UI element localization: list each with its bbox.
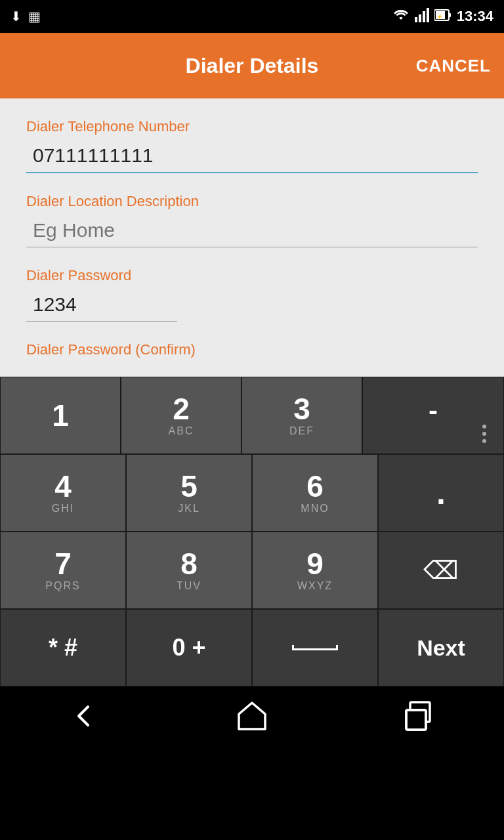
backspace-icon: ⌫: [423, 556, 459, 585]
key-5[interactable]: 5 JKL: [126, 454, 252, 532]
header-title: Dialer Details: [186, 54, 319, 78]
key-3[interactable]: 3 DEF: [242, 377, 362, 454]
status-right-icons: ⚡ 13:34: [392, 8, 494, 26]
keypad-row-3: 7 PQRS 8 TUV 9 WXYZ ⌫: [0, 532, 504, 609]
status-time: 13:34: [457, 8, 494, 25]
svg-text:⚡: ⚡: [436, 13, 443, 20]
barcode-icon: ▦: [28, 9, 41, 24]
key-4[interactable]: 4 GHI: [0, 454, 126, 532]
keypad: 1 2 ABC 3 DEF - 4 GHI 5 JKL 6: [0, 377, 504, 686]
key-next[interactable]: Next: [378, 609, 504, 686]
wifi-icon: [392, 8, 410, 26]
password-input-container[interactable]: [26, 289, 177, 322]
svg-rect-3: [427, 8, 429, 22]
svg-rect-1: [419, 14, 421, 22]
svg-rect-10: [406, 710, 426, 730]
key-dash[interactable]: -: [362, 377, 504, 454]
header: Dialer Details CANCEL: [0, 33, 504, 98]
svg-rect-2: [423, 11, 425, 22]
key-1[interactable]: 1: [0, 377, 121, 454]
location-input-container[interactable]: [26, 215, 478, 247]
key-2[interactable]: 2 ABC: [121, 377, 242, 454]
bottom-nav: [0, 686, 504, 746]
keypad-row-4: * # 0 + Next: [0, 609, 504, 686]
recents-icon: [405, 701, 435, 731]
svg-rect-0: [415, 17, 417, 22]
home-icon: [236, 700, 268, 732]
key-star-hash[interactable]: * #: [0, 609, 126, 686]
telephone-label: Dialer Telephone Number: [26, 118, 478, 135]
key-zero-plus[interactable]: 0 +: [126, 609, 252, 686]
location-input[interactable]: [26, 215, 478, 247]
signal-icon: [415, 8, 429, 26]
nav-back-button[interactable]: [58, 696, 110, 736]
password-input[interactable]: [26, 289, 177, 321]
form-area: Dialer Telephone Number Dialer Location …: [0, 98, 504, 377]
key-9[interactable]: 9 WXYZ: [252, 532, 378, 609]
telephone-input[interactable]: [26, 140, 478, 172]
keypad-row-1: 1 2 ABC 3 DEF -: [0, 377, 504, 454]
key-6[interactable]: 6 MNO: [252, 454, 378, 532]
telephone-input-container[interactable]: [26, 140, 478, 173]
battery-icon: ⚡: [434, 8, 452, 26]
key-dot[interactable]: .: [378, 454, 504, 532]
download-icon: ⬇: [10, 9, 22, 24]
cancel-button[interactable]: CANCEL: [416, 56, 491, 76]
key-backspace[interactable]: ⌫: [378, 532, 504, 609]
key-7[interactable]: 7 PQRS: [0, 532, 126, 609]
status-left-icons: ⬇ ▦: [10, 9, 41, 24]
location-label: Dialer Location Description: [26, 193, 478, 210]
svg-marker-8: [239, 703, 265, 729]
status-bar: ⬇ ▦ ⚡ 13:34: [0, 0, 504, 33]
back-chevron-icon: [70, 702, 98, 730]
password-label: Dialer Password: [26, 267, 478, 284]
password-confirm-label: Dialer Password (Confirm): [26, 341, 478, 358]
nav-recents-button[interactable]: [394, 696, 446, 736]
key-space[interactable]: [252, 609, 378, 686]
key-8[interactable]: 8 TUV: [126, 532, 252, 609]
nav-home-button[interactable]: [226, 696, 278, 736]
svg-rect-5: [449, 13, 451, 17]
keypad-row-2: 4 GHI 5 JKL 6 MNO .: [0, 454, 504, 532]
space-icon: [292, 645, 338, 650]
